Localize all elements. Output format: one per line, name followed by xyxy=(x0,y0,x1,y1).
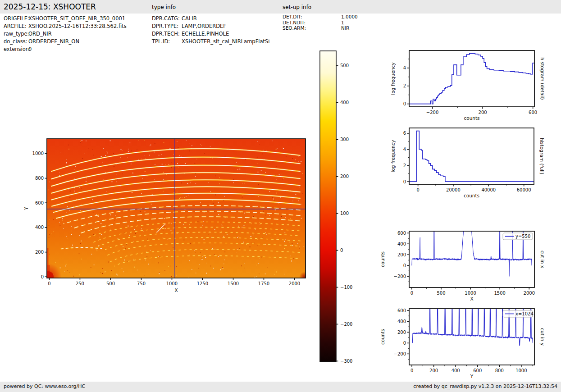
right-axis-label: cut in y xyxy=(540,328,545,346)
svg-text:4: 4 xyxy=(403,147,406,152)
y-axis-label: counts xyxy=(380,251,385,267)
y-axis-label: log frequency xyxy=(390,140,396,172)
svg-text:200: 200 xyxy=(479,110,487,115)
legend-label: x=1024 xyxy=(515,311,534,316)
svg-text:250: 250 xyxy=(76,281,84,286)
svg-text:0: 0 xyxy=(410,291,413,296)
svg-text:6: 6 xyxy=(403,131,406,136)
axes-frame xyxy=(409,128,534,184)
figure-canvas: 0250500750100012501500175020000200400600… xyxy=(0,0,561,392)
svg-text:0: 0 xyxy=(48,281,50,286)
svg-text:400: 400 xyxy=(397,242,406,246)
svg-text:600: 600 xyxy=(35,201,44,205)
svg-text:−200: −200 xyxy=(394,351,406,356)
svg-text:800: 800 xyxy=(35,176,44,181)
histogram-full-plot: 02000040000600000246countslog frequencyh… xyxy=(390,128,545,198)
series-line xyxy=(409,54,534,104)
svg-text:400: 400 xyxy=(397,319,406,324)
detector-image-plot: 0250500750100012501500175020000200400600… xyxy=(23,139,310,293)
x-axis-label: X xyxy=(174,287,178,293)
x-axis-label: counts xyxy=(464,193,479,198)
svg-text:100: 100 xyxy=(340,211,349,216)
colorbar: 5004003002001000−100−200−300 xyxy=(320,51,352,364)
y-axis-label: Y xyxy=(23,207,29,210)
svg-text:500: 500 xyxy=(106,281,115,286)
svg-text:1000: 1000 xyxy=(166,281,178,286)
svg-text:0: 0 xyxy=(416,187,419,192)
svg-text:1000: 1000 xyxy=(32,151,44,156)
svg-text:−300: −300 xyxy=(340,359,352,364)
svg-text:0: 0 xyxy=(403,341,406,346)
x-axis-label: X xyxy=(470,296,473,301)
colorbar-gradient xyxy=(320,51,336,362)
svg-text:400: 400 xyxy=(452,368,460,373)
right-axis-label: cut in x xyxy=(540,251,545,268)
svg-text:1250: 1250 xyxy=(197,281,208,286)
svg-text:−200: −200 xyxy=(394,274,406,279)
svg-text:2000: 2000 xyxy=(524,291,535,296)
svg-text:200: 200 xyxy=(397,252,406,257)
svg-text:1000: 1000 xyxy=(465,291,476,296)
svg-text:0: 0 xyxy=(403,179,406,184)
svg-text:400: 400 xyxy=(340,100,349,105)
svg-text:1500: 1500 xyxy=(494,291,505,296)
svg-text:1500: 1500 xyxy=(228,281,239,286)
legend-cut-in-x: y=550 xyxy=(503,233,533,240)
series-line xyxy=(412,210,532,276)
svg-text:200: 200 xyxy=(429,368,438,373)
svg-text:400: 400 xyxy=(35,225,44,230)
svg-text:750: 750 xyxy=(137,281,146,286)
svg-text:0: 0 xyxy=(41,274,44,279)
qc-report-page: 2025-12-15: XSHOOTER type info set-up in… xyxy=(0,0,561,392)
bottom-right-artifact xyxy=(299,272,310,283)
svg-text:−200: −200 xyxy=(426,110,438,115)
y-axis-label: counts xyxy=(380,329,385,345)
svg-text:0: 0 xyxy=(403,101,406,106)
histogram-detail-plot: −200200600024countslog frequencyhistogra… xyxy=(390,50,545,121)
y-axis-label: log frequency xyxy=(390,62,396,95)
footer-left-text: powered by QC: www.eso.org/HC xyxy=(4,383,85,389)
svg-text:2000: 2000 xyxy=(289,281,300,286)
legend-cut-in-y: x=1024 xyxy=(503,310,534,317)
cut-in-x-plot: y=5500500100015002000−2000200400600Xcoun… xyxy=(380,210,545,301)
svg-text:0: 0 xyxy=(410,368,413,373)
axes-frame xyxy=(409,50,534,107)
svg-text:600: 600 xyxy=(397,231,406,236)
svg-text:4: 4 xyxy=(403,65,406,70)
svg-text:0: 0 xyxy=(340,248,343,253)
svg-text:500: 500 xyxy=(340,63,349,68)
right-axis-label: histogram (full) xyxy=(539,138,545,174)
svg-text:200: 200 xyxy=(340,174,349,179)
svg-text:2: 2 xyxy=(403,163,406,168)
svg-text:40000: 40000 xyxy=(481,187,496,192)
svg-text:200: 200 xyxy=(35,250,44,255)
series-line xyxy=(409,131,534,182)
svg-text:600: 600 xyxy=(473,368,482,373)
x-axis-label: Y xyxy=(470,374,474,379)
svg-text:1000: 1000 xyxy=(515,368,527,373)
svg-text:2: 2 xyxy=(403,83,406,88)
x-axis-label: counts xyxy=(464,115,479,121)
svg-text:−200: −200 xyxy=(340,322,352,327)
cut-in-y-plot: x=102402004006008001000−2000200400600Yco… xyxy=(380,296,545,379)
svg-text:200: 200 xyxy=(397,330,406,335)
svg-text:600: 600 xyxy=(529,110,537,115)
right-axis-label: histogram (detail) xyxy=(540,57,545,100)
footer-right-text: created by qc_rawdisp.py v1.2.3 on 2025-… xyxy=(413,383,557,389)
svg-text:20000: 20000 xyxy=(446,187,461,192)
svg-text:1750: 1750 xyxy=(258,281,269,286)
svg-text:0: 0 xyxy=(403,263,406,268)
legend-label: y=550 xyxy=(515,234,530,239)
svg-text:300: 300 xyxy=(340,137,349,142)
svg-text:−100: −100 xyxy=(340,285,352,290)
svg-text:800: 800 xyxy=(495,368,504,373)
svg-text:500: 500 xyxy=(437,291,445,296)
series-line xyxy=(412,296,533,346)
svg-text:60000: 60000 xyxy=(517,187,531,192)
svg-text:600: 600 xyxy=(397,308,406,313)
